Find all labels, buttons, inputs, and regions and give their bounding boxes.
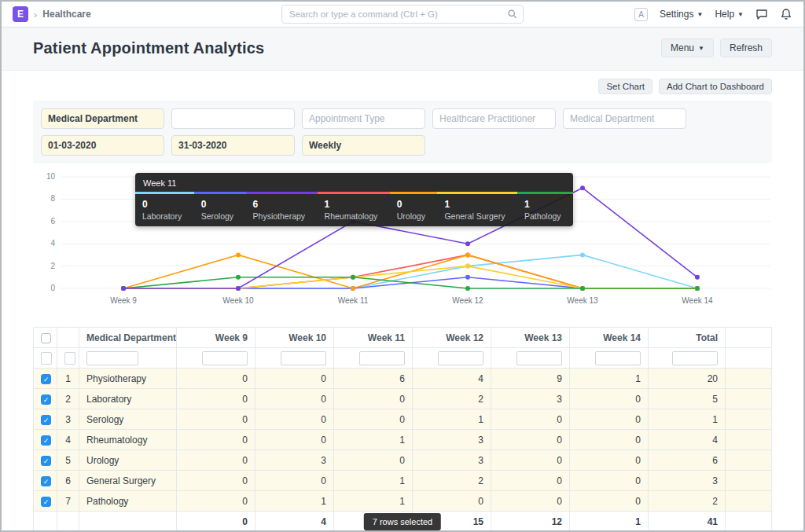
column-header-week-11[interactable]: Week 11 [334, 328, 413, 348]
filter-cell-week-10 [255, 348, 334, 369]
column-filter-input[interactable] [438, 351, 483, 365]
row-index: 5 [57, 450, 79, 471]
column-filter-input[interactable] [202, 351, 248, 365]
svg-text:Week 12: Week 12 [452, 296, 483, 305]
row-select-cell: ✓ [34, 430, 57, 450]
select-all-checkbox[interactable] [41, 333, 51, 343]
report-table-area: Medical DepartmentWeek 9Week 10Week 11We… [33, 327, 772, 532]
column-header-week-9[interactable]: Week 9 [177, 328, 255, 348]
filter-medical-department[interactable] [41, 108, 164, 129]
column-filter-input[interactable] [64, 352, 75, 365]
filter-frequency[interactable] [302, 135, 425, 156]
column-header-week-13[interactable]: Week 13 [491, 328, 570, 348]
help-menu[interactable]: Help ▼ [715, 9, 744, 20]
value-cell: 0 [177, 450, 255, 471]
notifications-bell-icon[interactable] [780, 8, 792, 20]
select-all-cell [34, 328, 57, 348]
value-cell: 0 [570, 450, 649, 471]
tooltip-items: 0Laboratory0Serology6Physiotherapy1Rheum… [135, 192, 573, 226]
column-filter-input[interactable] [516, 351, 562, 365]
table-row[interactable]: ✓4Rheumatology0013004 [34, 430, 772, 450]
refresh-button[interactable]: Refresh [720, 39, 772, 57]
menu-button[interactable]: Menu ▼ [661, 39, 714, 57]
filter-blank[interactable] [171, 108, 295, 129]
column-filter-input[interactable] [359, 351, 405, 365]
column-header-week-14[interactable]: Week 14 [570, 328, 649, 348]
settings-menu[interactable]: Settings ▼ [660, 9, 703, 20]
value-cell: 3 [255, 450, 334, 471]
column-header-week-10[interactable]: Week 10 [255, 328, 334, 348]
svg-text:0: 0 [50, 284, 55, 292]
page-head: Patient Appointment Analytics Menu ▼ Ref… [2, 28, 803, 71]
navbar-right: A Settings ▼ Help ▼ [524, 8, 792, 21]
filter-medical-department-2[interactable] [563, 108, 686, 129]
index-filter-cell [57, 348, 79, 369]
column-header-medical-department[interactable]: Medical Department [79, 328, 177, 348]
table-row[interactable]: ✓2Laboratory0002305 [34, 389, 772, 409]
total-cell: 6 [649, 450, 726, 471]
value-cell: 0 [491, 471, 570, 491]
value-cell: 0 [177, 409, 255, 430]
tooltip-title: Week 11 [135, 173, 573, 192]
avatar[interactable]: A [634, 8, 648, 21]
table-row[interactable]: ✓7Pathology0110002 [34, 491, 772, 512]
table-row[interactable]: ✓1Physiotherapy00649120 [34, 369, 772, 389]
footer-total-cell: 0 [177, 512, 255, 532]
row-checkbox[interactable]: ✓ [41, 497, 51, 507]
value-cell: 0 [255, 409, 334, 430]
column-header-week-12[interactable]: Week 12 [413, 328, 491, 348]
value-cell: 3 [413, 450, 491, 471]
chart-area: 0246810Week 9Week 10Week 11Week 12Week 1… [33, 168, 772, 319]
value-cell: 9 [491, 369, 570, 389]
app-logo[interactable]: E [13, 6, 28, 22]
breadcrumb-chevron-icon: › [34, 9, 37, 20]
tooltip-value: 1 [325, 199, 379, 210]
help-menu-label: Help [715, 9, 734, 20]
column-header-total[interactable]: Total [649, 328, 726, 348]
row-index: 7 [57, 491, 79, 512]
column-filter-input[interactable] [281, 351, 326, 365]
filter-from-date[interactable] [41, 135, 164, 156]
value-cell: 1 [334, 430, 413, 450]
filter-healthcare-practitioner[interactable] [432, 108, 556, 129]
row-checkbox[interactable]: ✓ [41, 456, 51, 466]
row-checkbox[interactable]: ✓ [41, 415, 51, 425]
column-filter-input[interactable] [86, 351, 138, 365]
department-cell: Laboratory [79, 389, 177, 409]
row-index: 4 [57, 430, 79, 450]
row-checkbox[interactable]: ✓ [41, 476, 51, 486]
tooltip-value: 0 [397, 199, 427, 210]
footer-department-cell [79, 512, 177, 532]
column-filter-input[interactable] [672, 351, 718, 365]
search-icon [507, 9, 518, 20]
svg-text:2: 2 [50, 262, 55, 270]
chat-icon[interactable] [755, 8, 768, 20]
value-cell: 0 [177, 369, 255, 389]
total-cell: 2 [649, 491, 726, 512]
filter-appointment-type[interactable] [302, 108, 425, 129]
value-cell: 1 [413, 409, 491, 430]
set-chart-button[interactable]: Set Chart [598, 79, 652, 94]
row-checkbox[interactable]: ✓ [41, 374, 51, 384]
add-chart-to-dashboard-button[interactable]: Add Chart to Dashboard [659, 79, 772, 94]
value-cell: 1 [334, 491, 413, 512]
filter-to-date[interactable] [171, 135, 295, 156]
table-row[interactable]: ✓3Serology0001001 [34, 409, 772, 430]
table-row[interactable]: ✓6General Surgery0012003 [34, 471, 772, 491]
filter-cell-week-12 [413, 348, 491, 369]
svg-text:Week 13: Week 13 [567, 296, 598, 305]
value-cell: 1 [334, 471, 413, 491]
value-cell: 4 [413, 369, 491, 389]
row-index: 3 [57, 409, 79, 430]
filler-cell [726, 450, 772, 471]
svg-text:Week 9: Week 9 [110, 296, 137, 305]
row-checkbox[interactable]: ✓ [41, 435, 51, 446]
row-select-cell: ✓ [34, 491, 57, 512]
row-checkbox[interactable]: ✓ [41, 394, 51, 405]
total-cell: 20 [649, 369, 726, 389]
column-filter-input[interactable] [595, 351, 641, 365]
column-filter-input[interactable] [41, 352, 52, 365]
table-row[interactable]: ✓5Urology0303006 [34, 450, 772, 471]
search-input[interactable] [281, 5, 524, 24]
breadcrumb[interactable]: Healthcare [42, 9, 90, 20]
